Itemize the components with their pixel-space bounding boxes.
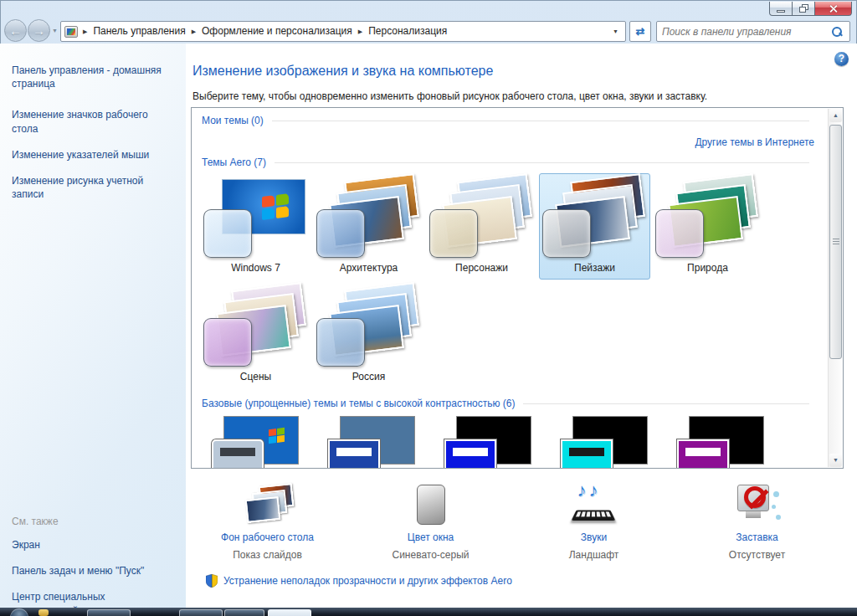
group-basic-themes-label: Базовые (упрощенные) темы и темы с высок…: [202, 398, 515, 409]
desktop-background-icon: [243, 485, 293, 525]
help-icon[interactable]: ?: [834, 52, 849, 66]
theme-label: Персонажи: [427, 262, 536, 274]
theme-thumbnail: [655, 177, 760, 259]
music-notes-icon: ♪♪: [577, 480, 601, 501]
page-subtitle: Выберите тему, чтобы одновременно измени…: [192, 90, 707, 102]
restore-button[interactable]: [793, 2, 815, 16]
window-color-link[interactable]: Цвет окна: [349, 531, 512, 543]
theme-tile-landscapes-selected[interactable]: Пейзажи: [539, 173, 650, 280]
sidebar-item-home[interactable]: Панель управления - домашняя страница: [12, 64, 171, 90]
themes-list: Мои темы (0) Другие темы в Интернете Тем…: [191, 107, 844, 469]
theme-glass-icon: [316, 209, 365, 258]
breadcrumb-personalization[interactable]: Персонализация: [363, 22, 452, 41]
get-more-themes-link[interactable]: Другие темы в Интернете: [695, 136, 814, 148]
aero-themes-row-2: Сцены Россия: [200, 282, 426, 388]
basic-theme-tile-high-contrast-1[interactable]: [456, 416, 531, 468]
breadcrumb-arrow-icon: ▶: [357, 28, 363, 35]
scroll-up-icon[interactable]: ▲: [829, 109, 842, 122]
keyboard-icon: [571, 511, 615, 521]
windows-logo-icon: [262, 193, 289, 220]
sidebar: Панель управления - домашняя страница Из…: [0, 44, 186, 608]
theme-glass-icon: [655, 209, 704, 258]
theme-glass-icon: [203, 318, 252, 367]
restore-icon: [799, 7, 806, 13]
sounds-link[interactable]: Звуки: [512, 531, 675, 543]
page-title: Изменение изображения и звука на компьют…: [192, 64, 493, 79]
window-color-setting[interactable]: Цвет окна Синевато-серый: [349, 481, 512, 561]
theme-label: Пейзажи: [540, 262, 649, 274]
window-content: Панель управления - домашняя страница Из…: [0, 44, 857, 608]
close-icon: [829, 4, 838, 13]
sounds-icon: ♪♪: [572, 483, 616, 525]
theme-glass-icon: [316, 318, 365, 367]
sidebar-item-desktop-icons[interactable]: Изменение значков рабочего стола: [12, 108, 171, 135]
close-button[interactable]: [815, 2, 852, 16]
basic-theme-tile-high-contrast-3[interactable]: [689, 416, 764, 468]
aero-troubleshoot-label: Устранение неполадок прозрачности и друг…: [223, 575, 512, 587]
themes-scrollbar[interactable]: ▲ ▼: [828, 109, 842, 467]
theme-thumbnail: [542, 177, 647, 259]
theme-label: Архитектура: [314, 262, 423, 274]
windows-logo-icon: [269, 428, 285, 444]
theme-thumbnail: [316, 286, 421, 368]
sounds-value: Ландшафт: [512, 549, 675, 561]
breadcrumb-arrow-icon: ▶: [191, 28, 197, 35]
refresh-button[interactable]: ⇄: [629, 21, 651, 42]
search-icon[interactable]: [831, 26, 843, 38]
forward-button[interactable]: →: [28, 19, 50, 42]
theme-label: Россия: [314, 371, 423, 382]
window-controls: [769, 0, 852, 16]
basic-theme-tile-classic[interactable]: [340, 416, 415, 468]
start-button[interactable]: [10, 608, 28, 616]
sounds-setting[interactable]: ♪♪ Звуки Ландшафт: [512, 481, 675, 561]
desktop-background-setting[interactable]: Фон рабочего стола Показ слайдов: [186, 481, 349, 561]
basic-theme-tile-high-contrast-2[interactable]: [572, 416, 648, 468]
search-input[interactable]: [657, 26, 831, 38]
desktop-background-value: Показ слайдов: [186, 549, 349, 561]
personalization-icon: [64, 26, 78, 38]
scrollbar-grip-icon: [833, 239, 839, 245]
sidebar-item-mouse-pointers[interactable]: Изменение указателей мыши: [12, 148, 171, 162]
taskbar-button[interactable]: [268, 609, 311, 616]
search-box: [656, 21, 850, 42]
taskbar-button[interactable]: [179, 609, 223, 616]
aero-troubleshoot-link[interactable]: Устранение неполадок прозрачности и друг…: [206, 574, 512, 588]
aero-themes-row-1: Windows 7 Архитектура Персонажи: [200, 173, 765, 280]
group-aero-themes-label: Темы Aero (7): [202, 157, 266, 168]
desktop-background-link[interactable]: Фон рабочего стола: [186, 531, 349, 543]
back-button[interactable]: ←: [4, 19, 27, 42]
address-bar[interactable]: ▶ Панель управления ▶ Оформление и персо…: [60, 21, 626, 42]
sidebar-item-display[interactable]: Экран: [12, 538, 171, 552]
screensaver-setting[interactable]: Заставка Отсутствует: [675, 481, 839, 561]
sidebar-item-account-picture[interactable]: Изменение рисунка учетной записи: [12, 174, 171, 201]
minimize-button[interactable]: [769, 2, 793, 16]
theme-thumbnail: [316, 177, 421, 259]
screensaver-link[interactable]: Заставка: [675, 531, 839, 543]
recent-pages-chevron[interactable]: ▼: [52, 28, 58, 33]
basic-theme-tile-windows7-basic[interactable]: [223, 416, 299, 468]
window-color-value: Синевато-серый: [349, 549, 512, 561]
scrollbar-thumb[interactable]: [829, 125, 842, 359]
address-dropdown-icon[interactable]: ▼: [606, 28, 625, 34]
sidebar-item-taskbar-start-menu[interactable]: Панель задач и меню "Пуск": [12, 564, 171, 578]
scroll-down-icon[interactable]: ▼: [829, 454, 842, 467]
taskbar-button[interactable]: [87, 609, 131, 616]
theme-tile-russia[interactable]: Россия: [313, 282, 424, 388]
folder-icon[interactable]: [38, 609, 49, 616]
screensaver-icon: [734, 483, 781, 525]
no-screensaver-icon: [744, 486, 766, 508]
theme-tile-windows7[interactable]: Windows 7: [200, 173, 311, 280]
breadcrumb-control-panel[interactable]: Панель управления: [88, 22, 190, 41]
window-color-icon: [417, 485, 445, 525]
theme-label: Природа: [653, 262, 762, 274]
basic-themes-row: [202, 416, 813, 468]
theme-thumbnail: [203, 286, 308, 368]
theme-tile-architecture[interactable]: Архитектура: [313, 173, 424, 280]
theme-tile-nature[interactable]: Природа: [652, 173, 763, 280]
theme-tile-characters[interactable]: Персонажи: [426, 173, 537, 280]
theme-tile-scenes[interactable]: Сцены: [200, 282, 311, 388]
taskbar-button[interactable]: [224, 609, 264, 616]
theme-glass-icon: [429, 209, 478, 258]
breadcrumb-appearance[interactable]: Оформление и персонализация: [197, 22, 357, 41]
uac-shield-icon: [206, 574, 218, 588]
